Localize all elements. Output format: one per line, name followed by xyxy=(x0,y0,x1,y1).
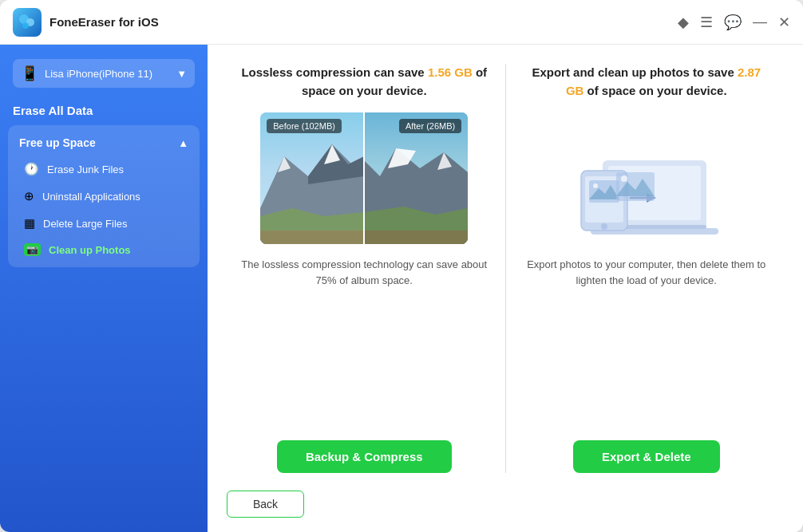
svg-point-2 xyxy=(22,22,29,29)
title-bar: FoneEraser for iOS ◆ ☰ 💬 — ✕ xyxy=(0,0,803,45)
backup-compress-button[interactable]: Backup & Compress xyxy=(277,440,452,473)
app-title: FoneEraser for iOS xyxy=(49,15,159,29)
svg-point-31 xyxy=(621,175,627,182)
free-up-space-arrow: ▲ xyxy=(178,137,188,149)
device-label: Lisa iPhone(iPhone 11) xyxy=(45,68,170,80)
bottom-bar: Back xyxy=(208,481,803,532)
erase-junk-label: Erase Junk Files xyxy=(47,164,124,175)
compress-description: The lossless compression technology can … xyxy=(239,257,489,288)
export-delete-button[interactable]: Export & Delete xyxy=(573,440,720,473)
svg-point-23 xyxy=(601,223,607,230)
device-dropdown-arrow: ▼ xyxy=(176,68,187,80)
diamond-icon[interactable]: ◆ xyxy=(678,14,689,31)
clean-photos-icon: 📷 xyxy=(24,243,41,256)
export-heading-pre: Export and clean up photos to save xyxy=(532,65,738,79)
uninstall-apps-icon: ⊕ xyxy=(24,189,34,203)
free-up-space-label: Free up Space xyxy=(19,136,96,149)
device-selector[interactable]: 📱 Lisa iPhone(iPhone 11) ▼ xyxy=(13,59,195,88)
close-icon[interactable]: ✕ xyxy=(778,14,790,31)
sidebar-item-delete-large[interactable]: ▦ Delete Large Files xyxy=(8,210,200,237)
content-area: Lossless compression can save 1.56 GB of… xyxy=(208,45,803,532)
delete-large-label: Delete Large Files xyxy=(43,218,128,230)
comparison-image: Before (102MB) After (26MB) xyxy=(260,112,468,244)
erase-all-data-label[interactable]: Erase All Data xyxy=(0,104,208,125)
sidebar-item-clean-photos[interactable]: 📷 Clean up Photos xyxy=(8,237,200,262)
delete-large-icon: ▦ xyxy=(24,216,35,231)
svg-rect-15 xyxy=(364,231,468,244)
compress-heading-pre: Lossless compression can save xyxy=(241,65,427,79)
export-heading-suffix: of space on your device. xyxy=(583,84,726,97)
svg-point-26 xyxy=(593,183,598,188)
export-illustration xyxy=(551,112,742,244)
after-label: After (26MB) xyxy=(399,119,461,133)
export-heading: Export and clean up photos to save 2.87 … xyxy=(522,64,772,100)
back-button[interactable]: Back xyxy=(227,491,304,518)
chat-icon[interactable]: 💬 xyxy=(724,14,742,31)
compress-panel: Lossless compression can save 1.56 GB of… xyxy=(223,64,505,473)
title-bar-actions: ◆ ☰ 💬 — ✕ xyxy=(678,14,790,31)
svg-rect-14 xyxy=(260,231,364,244)
free-up-space-header[interactable]: Free up Space ▲ xyxy=(8,130,200,156)
sidebar-item-uninstall-apps[interactable]: ⊕ Uninstall Applications xyxy=(8,183,200,210)
app-icon xyxy=(13,8,42,37)
free-up-space-group: Free up Space ▲ 🕐 Erase Junk Files ⊕ Uni… xyxy=(8,125,200,267)
menu-icon[interactable]: ☰ xyxy=(700,14,713,31)
export-description: Export photos to your computer, then del… xyxy=(522,257,772,288)
compress-heading: Lossless compression can save 1.56 GB of… xyxy=(239,64,489,100)
before-label: Before (102MB) xyxy=(267,119,342,133)
sidebar-item-erase-junk[interactable]: 🕐 Erase Junk Files xyxy=(8,156,200,183)
compress-highlight: 1.56 GB xyxy=(428,65,473,79)
clean-photos-label: Clean up Photos xyxy=(49,244,131,256)
device-icon: 📱 xyxy=(21,65,38,82)
uninstall-apps-label: Uninstall Applications xyxy=(42,191,140,203)
main-layout: 📱 Lisa iPhone(iPhone 11) ▼ Erase All Dat… xyxy=(0,45,803,532)
erase-junk-icon: 🕐 xyxy=(24,162,39,176)
title-bar-left: FoneEraser for iOS xyxy=(13,8,159,37)
app-window: FoneEraser for iOS ◆ ☰ 💬 — ✕ 📱 Lisa iPho… xyxy=(0,0,803,532)
content-panels: Lossless compression can save 1.56 GB of… xyxy=(208,45,803,481)
export-panel: Export and clean up photos to save 2.87 … xyxy=(506,64,788,473)
sidebar: 📱 Lisa iPhone(iPhone 11) ▼ Erase All Dat… xyxy=(0,45,208,532)
minimize-icon[interactable]: — xyxy=(753,14,767,30)
